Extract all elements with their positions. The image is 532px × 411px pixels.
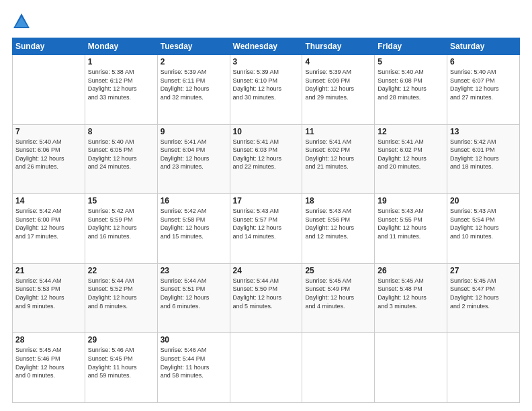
day-number: 14 [15,196,82,205]
day-info: Sunrise: 5:39 AM Sunset: 6:11 PM Dayligh… [161,68,227,101]
day-number: 25 [305,266,371,275]
calendar-cell: 23Sunrise: 5:44 AM Sunset: 5:51 PM Dayli… [157,263,230,333]
day-info: Sunrise: 5:45 AM Sunset: 5:46 PM Dayligh… [15,346,82,379]
calendar-week-row: 1Sunrise: 5:38 AM Sunset: 6:12 PM Daylig… [13,55,520,125]
calendar-cell: 12Sunrise: 5:41 AM Sunset: 6:02 PM Dayli… [375,124,447,194]
calendar-cell: 6Sunrise: 5:40 AM Sunset: 6:07 PM Daylig… [447,55,520,125]
calendar-cell: 16Sunrise: 5:42 AM Sunset: 5:58 PM Dayli… [157,194,230,264]
day-number: 17 [233,196,300,205]
day-info: Sunrise: 5:40 AM Sunset: 6:07 PM Dayligh… [450,68,517,101]
day-number: 23 [161,266,227,275]
page: SundayMondayTuesdayWednesdayThursdayFrid… [0,0,532,411]
day-info: Sunrise: 5:43 AM Sunset: 5:54 PM Dayligh… [450,207,517,240]
weekday-header: Saturday [447,38,520,55]
day-number: 15 [88,196,154,205]
day-number: 6 [450,57,517,66]
day-number: 21 [15,266,82,275]
day-info: Sunrise: 5:41 AM Sunset: 6:02 PM Dayligh… [378,138,444,171]
day-number: 8 [88,127,154,136]
calendar-week-row: 21Sunrise: 5:44 AM Sunset: 5:53 PM Dayli… [13,263,520,333]
day-info: Sunrise: 5:46 AM Sunset: 5:44 PM Dayligh… [161,346,227,379]
weekday-header: Monday [85,38,157,55]
calendar-cell: 18Sunrise: 5:43 AM Sunset: 5:56 PM Dayli… [302,194,375,264]
day-info: Sunrise: 5:42 AM Sunset: 5:58 PM Dayligh… [161,207,227,240]
day-info: Sunrise: 5:45 AM Sunset: 5:47 PM Dayligh… [450,277,517,310]
day-number: 24 [233,266,300,275]
day-number: 22 [88,266,154,275]
logo [12,12,34,31]
day-info: Sunrise: 5:41 AM Sunset: 6:03 PM Dayligh… [233,138,300,171]
day-number: 28 [15,335,82,345]
calendar-cell: 14Sunrise: 5:42 AM Sunset: 6:00 PM Dayli… [13,194,85,264]
day-info: Sunrise: 5:44 AM Sunset: 5:50 PM Dayligh… [233,277,300,310]
calendar-cell: 29Sunrise: 5:46 AM Sunset: 5:45 PM Dayli… [85,333,157,403]
calendar-cell: 3Sunrise: 5:39 AM Sunset: 6:10 PM Daylig… [230,55,302,125]
calendar-cell: 25Sunrise: 5:45 AM Sunset: 5:49 PM Dayli… [302,263,375,333]
day-info: Sunrise: 5:40 AM Sunset: 6:05 PM Dayligh… [88,138,154,171]
calendar-cell: 5Sunrise: 5:40 AM Sunset: 6:08 PM Daylig… [375,55,447,125]
calendar-cell: 8Sunrise: 5:40 AM Sunset: 6:05 PM Daylig… [85,124,157,194]
calendar-cell: 28Sunrise: 5:45 AM Sunset: 5:46 PM Dayli… [13,333,85,403]
day-info: Sunrise: 5:44 AM Sunset: 5:52 PM Dayligh… [88,277,154,310]
day-number: 11 [305,127,371,136]
calendar-body: 1Sunrise: 5:38 AM Sunset: 6:12 PM Daylig… [13,55,520,403]
day-number: 12 [378,127,444,136]
day-info: Sunrise: 5:45 AM Sunset: 5:48 PM Dayligh… [378,277,444,310]
calendar-cell [375,333,447,403]
day-info: Sunrise: 5:41 AM Sunset: 6:04 PM Dayligh… [161,138,227,171]
day-info: Sunrise: 5:42 AM Sunset: 6:00 PM Dayligh… [15,207,82,240]
day-number: 20 [450,196,517,205]
day-number: 9 [161,127,227,136]
day-info: Sunrise: 5:38 AM Sunset: 6:12 PM Dayligh… [88,68,154,101]
calendar-cell [447,333,520,403]
calendar-cell: 22Sunrise: 5:44 AM Sunset: 5:52 PM Dayli… [85,263,157,333]
day-number: 13 [450,127,517,136]
day-info: Sunrise: 5:39 AM Sunset: 6:09 PM Dayligh… [305,68,371,101]
day-number: 5 [378,57,444,66]
weekday-header: Thursday [302,38,375,55]
day-number: 16 [161,196,227,205]
day-number: 3 [233,57,300,66]
calendar-cell: 30Sunrise: 5:46 AM Sunset: 5:44 PM Dayli… [157,333,230,403]
calendar-week-row: 14Sunrise: 5:42 AM Sunset: 6:00 PM Dayli… [13,194,520,264]
calendar-cell: 11Sunrise: 5:41 AM Sunset: 6:02 PM Dayli… [302,124,375,194]
weekday-header: Wednesday [230,38,302,55]
day-info: Sunrise: 5:43 AM Sunset: 5:56 PM Dayligh… [305,207,371,240]
day-info: Sunrise: 5:42 AM Sunset: 6:01 PM Dayligh… [450,138,517,171]
day-number: 18 [305,196,371,205]
calendar-week-row: 28Sunrise: 5:45 AM Sunset: 5:46 PM Dayli… [13,333,520,403]
day-number: 29 [88,335,154,345]
weekday-header: Tuesday [157,38,230,55]
calendar-cell [13,55,85,125]
calendar-cell: 24Sunrise: 5:44 AM Sunset: 5:50 PM Dayli… [230,263,302,333]
header [12,12,520,31]
day-info: Sunrise: 5:43 AM Sunset: 5:57 PM Dayligh… [233,207,300,240]
day-info: Sunrise: 5:43 AM Sunset: 5:55 PM Dayligh… [378,207,444,240]
calendar-cell: 13Sunrise: 5:42 AM Sunset: 6:01 PM Dayli… [447,124,520,194]
calendar-cell: 21Sunrise: 5:44 AM Sunset: 5:53 PM Dayli… [13,263,85,333]
day-number: 4 [305,57,371,66]
calendar-header: SundayMondayTuesdayWednesdayThursdayFrid… [13,38,520,55]
calendar-table: SundayMondayTuesdayWednesdayThursdayFrid… [12,38,520,403]
day-number: 19 [378,196,444,205]
day-info: Sunrise: 5:42 AM Sunset: 5:59 PM Dayligh… [88,207,154,240]
day-info: Sunrise: 5:44 AM Sunset: 5:53 PM Dayligh… [15,277,82,310]
day-info: Sunrise: 5:40 AM Sunset: 6:08 PM Dayligh… [378,68,444,101]
calendar-cell: 10Sunrise: 5:41 AM Sunset: 6:03 PM Dayli… [230,124,302,194]
calendar-cell: 27Sunrise: 5:45 AM Sunset: 5:47 PM Dayli… [447,263,520,333]
day-number: 10 [233,127,300,136]
calendar-cell: 20Sunrise: 5:43 AM Sunset: 5:54 PM Dayli… [447,194,520,264]
calendar-week-row: 7Sunrise: 5:40 AM Sunset: 6:06 PM Daylig… [13,124,520,194]
calendar-cell [302,333,375,403]
weekday-header: Sunday [13,38,85,55]
day-number: 2 [161,57,227,66]
logo-icon [12,12,31,31]
day-info: Sunrise: 5:44 AM Sunset: 5:51 PM Dayligh… [161,277,227,310]
day-number: 30 [161,335,227,345]
calendar-cell: 19Sunrise: 5:43 AM Sunset: 5:55 PM Dayli… [375,194,447,264]
weekday-header: Friday [375,38,447,55]
day-info: Sunrise: 5:41 AM Sunset: 6:02 PM Dayligh… [305,138,371,171]
calendar-cell [230,333,302,403]
calendar-cell: 1Sunrise: 5:38 AM Sunset: 6:12 PM Daylig… [85,55,157,125]
day-info: Sunrise: 5:46 AM Sunset: 5:45 PM Dayligh… [88,346,154,379]
